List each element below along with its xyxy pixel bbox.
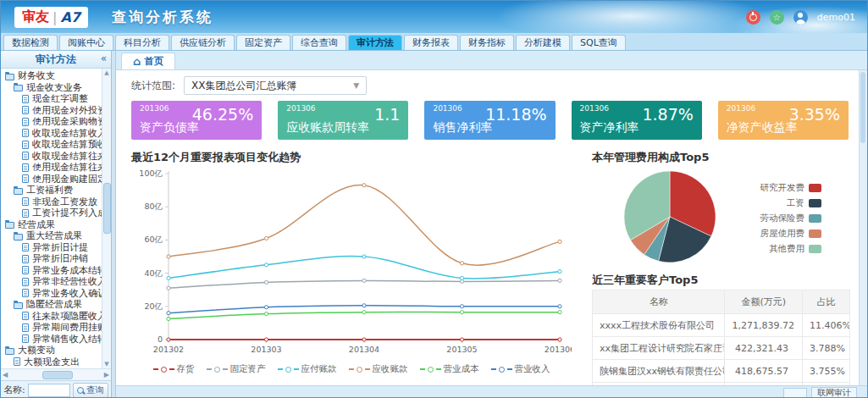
nav-tab-SQL查询[interactable]: SQL查询 (572, 35, 626, 50)
nav-tab-科目分析[interactable]: 科目分析 (115, 35, 169, 50)
kpi-card-销售净利率[interactable]: 20130611.18%销售净利率 (424, 101, 555, 140)
tree-item[interactable]: 使用现金对外投资 (1, 105, 102, 117)
pie-legend-item-劳动保险费[interactable]: 劳动保险费 (760, 213, 822, 224)
nav-tab-综合查询[interactable]: 综合查询 (292, 35, 346, 50)
network-audit-button[interactable]: 联网审计 (811, 387, 857, 398)
tree-folder[interactable]: 工资福利费 (1, 185, 102, 196)
kpi-label: 资产负债率 (140, 120, 199, 135)
filter-row: 统计范围: XX集团总公司汇总账簿 ▼ (131, 74, 850, 97)
power-icon[interactable] (746, 10, 760, 25)
tree-item[interactable]: 异常折旧计提 (1, 242, 102, 254)
pie-legend-item-工资[interactable]: 工资 (760, 197, 822, 209)
tree-label: 使用现金对外投资 (32, 105, 102, 116)
kpi-card-应收账款周转率[interactable]: 2013061.1应收账款周转率 (278, 101, 408, 140)
data-point-应收账款 (460, 262, 463, 265)
collapse-sidebar-icon[interactable]: « (101, 53, 107, 64)
tree-item[interactable]: 工资计提不列入成本费 (1, 207, 102, 219)
sidebar-vertical-scrollbar[interactable]: ▲ ▼ (102, 69, 111, 368)
scrollbar-thumb[interactable] (860, 72, 865, 143)
nav-tab-供应链分析[interactable]: 供应链分析 (171, 35, 235, 50)
kpi-label: 资产净利率 (580, 120, 639, 135)
data-point-存货 (167, 338, 170, 341)
scrollbar-thumb[interactable] (42, 371, 73, 379)
tree-item[interactable]: 收取现金结算往来款 (1, 151, 102, 163)
tree-item[interactable]: 使用现金采购物资 (1, 116, 102, 128)
tree-folder[interactable]: 财务收支 (1, 70, 102, 82)
tree-item[interactable]: 使用现金购建固定资产 (1, 174, 102, 185)
tab-home[interactable]: 首页 (121, 53, 175, 69)
kpi-card-资产负债率[interactable]: 20130646.25%资产负债率 (131, 101, 262, 140)
app-window: 审友 | A7 查询分析系统 ☆ demo01 数据检测阅账中心科目分析供应链分… (0, 0, 868, 398)
kpi-card-净资产收益率[interactable]: 2013063.35%净资产收益率 (718, 101, 849, 140)
legend-item-营业成本[interactable]: 营业成本 (420, 363, 479, 375)
nav-tab-分析建模[interactable]: 分析建模 (516, 35, 570, 50)
kpi-value: 11.18% (485, 105, 546, 124)
tree-item[interactable]: 收取现金结算收入 (1, 128, 102, 140)
scroll-down-icon[interactable]: ▼ (103, 361, 110, 368)
user-avatar-icon[interactable] (793, 10, 808, 25)
scrollbar-thumb[interactable] (103, 183, 111, 234)
table-row[interactable]: xx集团工程设计研究院石家庄设计院422,321.433.788% (593, 337, 850, 360)
data-point-固定资产 (264, 280, 268, 284)
scroll-right-icon[interactable]: ▶ (104, 371, 109, 379)
legend-dash (153, 368, 158, 370)
nav-tab-财务报表[interactable]: 财务报表 (404, 35, 458, 50)
tree-folder[interactable]: 大额变动 (1, 345, 102, 357)
data-point-营业成本 (558, 311, 561, 314)
pie-legend-label: 房屋使用费 (760, 228, 805, 240)
tree-item[interactable]: 使用现金结算往来款 (1, 162, 102, 174)
nav-tab-阅账中心[interactable]: 阅账中心 (59, 35, 113, 50)
legend-item-固定资产[interactable]: 固定资产 (207, 363, 266, 375)
legend-dash (365, 368, 370, 370)
tree-folder[interactable]: 经营成果 (1, 219, 102, 231)
nav-tab-财务指标[interactable]: 财务指标 (460, 35, 514, 50)
legend-item-存货[interactable]: 存货 (153, 363, 195, 375)
tree-item[interactable]: 大额现金支出 (1, 357, 102, 368)
tree-item[interactable]: 收取现金结算预收款 (1, 139, 102, 151)
tree-item[interactable]: 异常业务成本结转 (1, 265, 102, 277)
pie-legend-item-其他费用[interactable]: 其他费用 (760, 243, 822, 255)
star-icon[interactable]: ☆ (770, 10, 784, 25)
scroll-left-icon[interactable]: ◀ (3, 371, 8, 379)
legend-dash (491, 368, 496, 370)
tree-item[interactable]: 非现金工资发放 (1, 196, 102, 208)
tree-item[interactable]: 异常折旧冲销 (1, 253, 102, 265)
pie-legend-item-房屋使用费[interactable]: 房屋使用费 (760, 228, 822, 240)
legend-item-应付账款[interactable]: 应付账款 (278, 363, 337, 375)
legend-label: 存货 (177, 363, 195, 375)
table-row[interactable]: 山东西王特钢有限公司403,571.433.619% (593, 383, 850, 386)
main-vertical-scrollbar[interactable] (859, 70, 867, 385)
kpi-card-资产净利率[interactable]: 2013061.87%资产净利率 (572, 101, 702, 140)
search-button[interactable]: 查询 (73, 383, 108, 398)
pie-legend-item-研究开发费[interactable]: 研究开发费 (760, 182, 822, 194)
folder-icon (14, 302, 23, 309)
nav-tab-固定资产[interactable]: 固定资产 (236, 35, 290, 50)
tree-item[interactable]: 异常业务收入确认 (1, 288, 102, 300)
legend-label: 应付账款 (301, 363, 337, 375)
tree-item[interactable]: 往来款项隐匿收入 (1, 311, 102, 323)
tree-item[interactable]: 异常非经营性收入 (1, 276, 102, 288)
tree-label: 使用现金结算往来款 (32, 162, 102, 173)
scope-select[interactable]: XX集团总公司汇总账簿 ▼ (184, 76, 367, 95)
customer-name: 陕钢集团汉xx钢铁有限责任公司 (593, 360, 725, 383)
tree-item[interactable]: 异常销售收入结转 (1, 334, 102, 345)
tree-folder[interactable]: 隐匿经营成果 (1, 299, 102, 311)
name-filter-input[interactable] (28, 384, 70, 397)
nav-tab-审计方法[interactable]: 审计方法 (348, 35, 402, 50)
kpi-label: 净资产收益率 (727, 120, 798, 135)
tree-folder[interactable]: 现金收支业务 (1, 82, 102, 94)
table-row[interactable]: xxxx工程技术股份有限公司1,271,839.7211.406% (593, 314, 850, 337)
nav-tab-数据检测[interactable]: 数据检测 (3, 35, 58, 50)
scroll-up-icon[interactable]: ▲ (103, 69, 110, 76)
username: demo01 (817, 12, 855, 23)
data-point-应付账款 (167, 276, 170, 279)
tree-folder[interactable]: 重大经营成果 (1, 230, 102, 242)
table-row[interactable]: 陕钢集团汉xx钢铁有限责任公司418,675.573.755% (593, 360, 850, 383)
tree-item[interactable]: 异常期间费用挂账 (1, 322, 102, 334)
sidebar-horizontal-scrollbar[interactable]: ◀ ▶ (1, 368, 111, 380)
tree-label: 使用现金采购物资 (32, 116, 102, 127)
legend-item-营业收入[interactable]: 营业收入 (491, 363, 550, 375)
kpi-label: 应收账款周转率 (286, 120, 369, 135)
legend-item-应收账款[interactable]: 应收账款 (349, 363, 408, 375)
tree-item[interactable]: 现金红字调整 (1, 93, 102, 105)
